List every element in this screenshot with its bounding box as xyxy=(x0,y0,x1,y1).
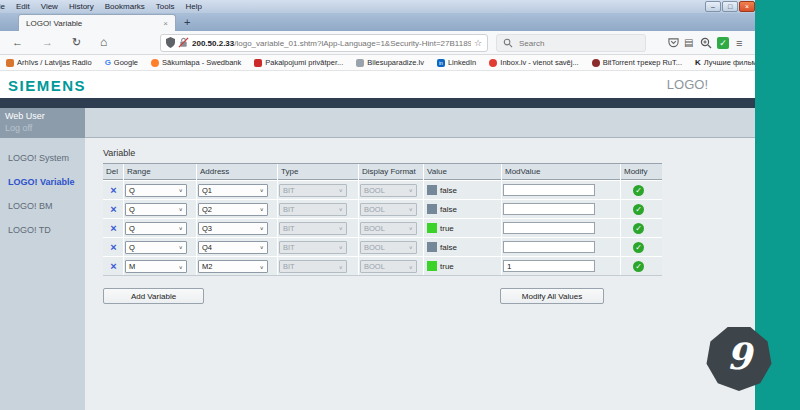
address-select[interactable]: Q2∨ xyxy=(198,203,268,216)
bookmark-favicon xyxy=(151,59,159,67)
menu-bar: File Edit View History Bookmarks Tools H… xyxy=(0,0,755,13)
pocket-icon[interactable] xyxy=(668,37,679,51)
modvalue-input[interactable] xyxy=(503,260,595,272)
modify-all-values-button[interactable]: Modify All Values xyxy=(500,288,604,304)
menu-help[interactable]: Help xyxy=(185,2,201,11)
modvalue-input[interactable] xyxy=(503,222,595,234)
format-cell: BOOL∨ xyxy=(359,200,423,218)
address-cell: M2∨ xyxy=(197,257,277,275)
chevron-down-icon: ∨ xyxy=(179,225,183,231)
modify-check-icon[interactable]: ✓ xyxy=(633,242,644,253)
bookmark-item[interactable]: Pakalpojumi privātper... xyxy=(254,58,343,67)
value-text: true xyxy=(440,262,454,271)
modvalue-input[interactable] xyxy=(503,184,595,196)
maximize-button[interactable]: □ xyxy=(722,1,738,12)
value-cell: true xyxy=(424,257,501,275)
extension-check-icon[interactable]: ✓ xyxy=(717,37,729,49)
sidebar-item-logo-variable[interactable]: LOGO! Variable xyxy=(0,170,85,194)
menu-bookmarks[interactable]: Bookmarks xyxy=(105,2,145,11)
address-select[interactable]: Q4∨ xyxy=(198,241,268,254)
sidebar-nav: LOGO! System LOGO! Variable LOGO! BM LOG… xyxy=(0,146,85,242)
type-select: BIT∨ xyxy=(279,184,347,197)
bookmark-item[interactable]: GGoogle xyxy=(105,58,138,67)
bookmark-item[interactable]: Bilesuparadize.lv xyxy=(356,58,424,67)
range-cell: Q∨ xyxy=(124,200,196,218)
bookmark-item[interactable]: Arhīvs / Latvijas Radio xyxy=(6,58,92,67)
range-select[interactable]: Q∨ xyxy=(125,203,187,216)
close-window-button[interactable]: × xyxy=(739,1,755,12)
address-select[interactable]: Q3∨ xyxy=(198,222,268,235)
menu-view[interactable]: View xyxy=(41,2,58,11)
minimize-button[interactable]: – xyxy=(705,1,721,12)
menu-history[interactable]: History xyxy=(69,2,94,11)
range-cell: Q∨ xyxy=(124,238,196,256)
menu-edit[interactable]: Edit xyxy=(16,2,30,11)
modvalue-input[interactable] xyxy=(503,203,595,215)
menu-tools[interactable]: Tools xyxy=(156,2,175,11)
shield-icon[interactable] xyxy=(166,34,175,52)
chevron-down-icon: ∨ xyxy=(179,206,183,212)
delete-icon[interactable]: × xyxy=(104,185,123,196)
range-select[interactable]: Q∨ xyxy=(125,241,187,254)
value-cell: false xyxy=(424,200,501,218)
sidebar-panel-icon[interactable]: ▤ xyxy=(684,37,693,49)
search-box[interactable] xyxy=(496,34,646,52)
range-cell: M∨ xyxy=(124,257,196,275)
bookmark-item[interactable]: Inbox.lv - vienot savēj... xyxy=(489,58,578,67)
hamburger-menu-icon[interactable]: ≡ xyxy=(736,37,742,49)
close-tab-icon[interactable]: × xyxy=(163,19,168,28)
chevron-down-icon: ∨ xyxy=(179,263,183,269)
range-select[interactable]: M∨ xyxy=(125,260,187,273)
bookmark-item[interactable]: Sākumlapa - Swedbank xyxy=(151,58,241,67)
logoff-link[interactable]: Log off xyxy=(5,123,85,133)
url-bar[interactable]: 200.50.2.33/logo_variable_01.shtm?lApp-L… xyxy=(160,34,488,52)
bookmark-item[interactable]: KЛучшие фильмы xyxy=(695,58,755,67)
modify-check-icon[interactable]: ✓ xyxy=(633,223,644,234)
reload-icon[interactable]: ↻ xyxy=(72,35,81,50)
search-input[interactable] xyxy=(517,38,627,49)
back-icon[interactable]: ← xyxy=(12,35,23,50)
tab-logo-variable[interactable]: LOGO! Variable × xyxy=(18,14,176,31)
range-select[interactable]: Q∨ xyxy=(125,184,187,197)
chevron-down-icon: ∨ xyxy=(409,187,413,193)
value-text: false xyxy=(440,205,457,214)
bookmark-item[interactable]: inLinkedIn xyxy=(437,58,476,67)
sidebar-item-logo-bm[interactable]: LOGO! BM xyxy=(0,194,85,218)
delete-icon[interactable]: × xyxy=(104,261,123,272)
sidebar-item-logo-td[interactable]: LOGO! TD xyxy=(0,218,85,242)
chevron-down-icon: ∨ xyxy=(260,263,264,269)
modify-check-icon[interactable]: ✓ xyxy=(633,185,644,196)
modvalue-input[interactable] xyxy=(503,241,595,253)
zoom-indicator-icon[interactable] xyxy=(700,37,712,52)
modify-cell: ✓ xyxy=(621,257,662,275)
address-cell: Q3∨ xyxy=(197,219,277,237)
bookmark-favicon xyxy=(489,59,497,67)
address-select[interactable]: Q1∨ xyxy=(198,184,268,197)
google-favicon: G xyxy=(105,59,111,67)
address-select[interactable]: M2∨ xyxy=(198,260,268,273)
delete-cell: × xyxy=(103,257,123,275)
modify-check-icon[interactable]: ✓ xyxy=(633,261,644,272)
chevron-down-icon: ∨ xyxy=(339,263,343,269)
home-icon[interactable]: ⌂ xyxy=(100,35,107,50)
add-variable-button[interactable]: Add Variable xyxy=(103,288,204,304)
column-header-range: Range xyxy=(124,164,196,180)
type-select: BIT∨ xyxy=(279,241,347,254)
column-header-type: Type xyxy=(278,164,358,180)
siemens-logo: SIEMENS xyxy=(8,77,86,94)
delete-icon[interactable]: × xyxy=(104,242,123,253)
range-select[interactable]: Q∨ xyxy=(125,222,187,235)
delete-icon[interactable]: × xyxy=(104,223,123,234)
header-divider-bar xyxy=(0,98,755,108)
delete-icon[interactable]: × xyxy=(104,204,123,215)
chevron-down-icon: ∨ xyxy=(179,244,183,250)
bookmark-star-icon[interactable]: ☆ xyxy=(474,38,482,48)
forward-icon[interactable]: → xyxy=(42,35,53,50)
new-tab-button[interactable]: + xyxy=(184,16,190,29)
sidebar-item-logo-system[interactable]: LOGO! System xyxy=(0,146,85,170)
modify-check-icon[interactable]: ✓ xyxy=(633,204,644,215)
delete-cell: × xyxy=(103,200,123,218)
menu-file[interactable]: File xyxy=(0,2,5,11)
bookmark-item[interactable]: BitTorrent трекер RuT... xyxy=(592,58,682,67)
insecure-lock-icon[interactable] xyxy=(178,34,189,52)
